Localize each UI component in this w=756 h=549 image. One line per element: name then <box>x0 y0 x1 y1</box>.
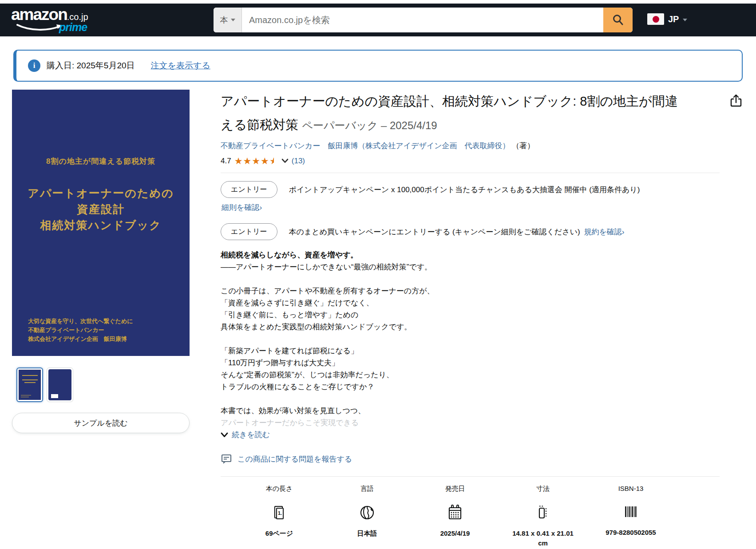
author-link[interactable]: 不動産プライベートバンカー 飯田康博（株式会社アイデザイン企画 代表取締役） <box>221 142 510 150</box>
search-category-label: 本 <box>220 15 228 25</box>
thumb-line <box>24 382 36 383</box>
ratings-count-link[interactable]: (13) <box>292 157 305 166</box>
dimensions-icon <box>534 503 551 522</box>
top-margin <box>0 0 756 4</box>
fact-value: 2025/4/19 <box>440 529 470 538</box>
cover-tagline: 8割の地主が間違える節税対策 <box>46 156 155 166</box>
description-paragraph: この小冊子は、アパートや不動産を所有するオーナーの方が、 「資産を減らさずに引き… <box>221 285 720 333</box>
rating-row: 4.7 ★★★★★ (13) <box>221 156 720 166</box>
fact-print-length: 本の長さ 1. 69ページ <box>235 485 323 548</box>
globe-icon <box>359 503 376 522</box>
thumbnail-strip <box>16 367 190 402</box>
fact-value: 日本語 <box>357 529 377 538</box>
share-button[interactable] <box>728 93 744 109</box>
amazon-smile-icon <box>16 24 65 31</box>
rating-chevron-down-icon[interactable] <box>281 158 289 163</box>
fact-language: 言語 日本語 <box>323 485 411 548</box>
description-line: 「引き継ぐ前に、もっと増やす」ための <box>221 311 358 319</box>
view-order-link[interactable]: 注文を表示する <box>151 60 210 71</box>
campaign-row-2: エントリー 本のまとめ買いキャンペーンにエントリーする (キャンペーン細則をご確… <box>221 223 720 240</box>
pages-icon: 1. <box>271 503 287 522</box>
svg-text:1.: 1. <box>278 510 282 516</box>
product-title: アパートオーナーのための資産設計、相続対策ハンドブック: 8割の地主が間違える節… <box>221 90 682 137</box>
product-description: 相続税を減らしながら、資産を増やす。 ――アパートオーナーにしかできない“最強の… <box>221 249 720 429</box>
site-header: amazon.co.jp prime 本 JP <box>0 4 756 36</box>
campaign-1-terms-link[interactable]: 細則を確認› <box>222 203 262 212</box>
cover-title-line1: アパートオーナーのための <box>28 185 174 201</box>
entry-button-2[interactable]: エントリー <box>221 223 277 240</box>
search-bar: 本 <box>214 8 633 32</box>
thumbnail-front-cover[interactable] <box>16 367 43 402</box>
description-line: 「資産を減らさずに引き継ぐ」だけでなく、 <box>221 299 374 307</box>
entry-button-1[interactable]: エントリー <box>221 181 277 198</box>
thumb-line <box>21 395 31 395</box>
thumbnail-back-cover[interactable] <box>47 367 73 402</box>
report-problem-link: この商品に関する問題を報告する <box>237 454 352 464</box>
binding-and-date: ペーパーバック – 2025/4/19 <box>302 119 437 131</box>
product-details-column: アパートオーナーのための資産設計、相続対策ハンドブック: 8割の地主が間違える節… <box>221 90 744 548</box>
description-paragraph: 相続税を減らしながら、資産を増やす。 ――アパートオーナーにしかできない“最強の… <box>221 249 720 273</box>
amazon-logo[interactable]: amazon.co.jp prime <box>11 6 104 34</box>
read-more-toggle[interactable]: 続きを読む <box>221 430 720 440</box>
cover-title-line3: 相続対策ハンドブック <box>28 217 174 233</box>
description-line: そんな“定番の節税策”が、じつは非効率だったり、 <box>221 371 394 379</box>
image-column: 8割の地主が間違える節税対策 アパートオーナーのための 資産設計 相続対策ハンド… <box>12 90 190 548</box>
description-line-faded: アパートオーナーだからこそ実現できる <box>221 419 359 427</box>
fact-label: 言語 <box>360 485 374 493</box>
search-button[interactable] <box>603 8 633 32</box>
fact-dimensions: 寸法 14.81 x 0.41 x 21.01 cm <box>499 485 587 548</box>
search-input[interactable] <box>242 8 603 32</box>
half-star-icon: ★ <box>269 156 278 166</box>
description-line: 「新築アパートを建てれば節税になる」 <box>221 347 358 355</box>
campaign-2-terms-link[interactable]: 規約を確認› <box>584 228 624 236</box>
star-rating-icons[interactable]: ★★★★★ <box>234 156 278 166</box>
campaign-1-text: ポイントアップキャンペーン x 100,000ポイント当たるチャンスもある大抽選… <box>289 185 640 195</box>
amazon-logo-tld: .co.jp <box>67 12 88 22</box>
cover-title: アパートオーナーのための 資産設計 相続対策ハンドブック <box>28 185 174 233</box>
fact-isbn13: ISBN-13 979-828050205 <box>587 485 675 548</box>
fact-label: 本の長さ <box>266 485 293 493</box>
fact-label: ISBN-13 <box>618 485 644 492</box>
fact-value: 979-8280502055 <box>606 528 656 537</box>
campaign-row-1: エントリー ポイントアップキャンペーン x 100,000ポイント当たるチャンス… <box>221 181 720 198</box>
campaign-2-text: 本のまとめ買いキャンペーンにエントリーする (キャンペーン細則をご確認ください)… <box>289 227 625 237</box>
chevron-down-icon <box>231 19 235 21</box>
description-paragraph: 「新築アパートを建てれば節税になる」 「110万円ずつ贈与すれば大丈夫」 そんな… <box>221 345 720 393</box>
book-cover-image[interactable]: 8割の地主が間違える節税対策 アパートオーナーのための 資産設計 相続対策ハンド… <box>12 90 190 356</box>
info-icon: i <box>28 59 40 72</box>
product-title-text: アパートオーナーのための資産設計、相続対策ハンドブック: 8割の地主が間違える節… <box>221 94 678 132</box>
share-icon <box>729 94 743 108</box>
description-line: 具体策をまとめた実践型の相続対策ハンドブックです。 <box>221 323 412 331</box>
read-sample-button[interactable]: サンプルを読む <box>12 413 190 433</box>
fact-label: 発売日 <box>445 485 465 493</box>
description-lead: 相続税を減らしながら、資産を増やす。 <box>221 251 358 259</box>
description-line: 「110万円ずつ贈与すれば大丈夫」 <box>221 359 339 367</box>
campaign-2-text-body: 本のまとめ買いキャンペーンにエントリーする (キャンペーン細則をご確認ください) <box>289 228 580 236</box>
rating-value: 4.7 <box>221 157 231 166</box>
search-category-dropdown[interactable]: 本 <box>214 8 242 32</box>
calendar-icon <box>447 503 463 522</box>
byline: 不動産プライベートバンカー 飯田康博（株式会社アイデザイン企画 代表取締役） （… <box>221 141 720 151</box>
chevron-down-icon <box>683 19 687 21</box>
section-divider <box>221 173 720 173</box>
read-more-link: 続きを読む <box>232 430 270 440</box>
cover-footer-text: 大切な資産を守り、次世代へ繋ぐために 不動産プライベートバンカー 株式会社アイデ… <box>28 317 133 344</box>
description-line: 本書では、効果が薄い対策を見直しつつ、 <box>221 407 365 415</box>
fact-label: 寸法 <box>536 485 550 493</box>
cover-title-line2: 資産設計 <box>28 201 174 217</box>
thumbnail-front-art <box>19 370 41 400</box>
fact-value: 69ページ <box>265 529 293 538</box>
locale-code: JP <box>668 14 679 24</box>
product-facts-row: 本の長さ 1. 69ページ 言語 <box>235 485 675 548</box>
japan-flag-icon <box>647 13 664 25</box>
fact-publication-date: 発売日 2025/4/19 <box>411 485 499 548</box>
purchase-date-text: 購入日: 2025年5月20日 <box>47 60 135 71</box>
barcode-icon <box>622 502 639 521</box>
cover-footer-line1: 大切な資産を守り、次世代へ繋ぐために <box>28 317 133 326</box>
description-line: ――アパートオーナーにしかできない“最強の相続対策”です。 <box>221 263 432 271</box>
report-comment-icon <box>221 453 232 465</box>
chevron-down-icon <box>221 432 228 438</box>
report-problem-row[interactable]: この商品に関する問題を報告する <box>221 453 720 465</box>
fact-value: 14.81 x 0.41 x 21.01 cm <box>510 529 576 548</box>
locale-selector[interactable]: JP <box>647 13 687 25</box>
